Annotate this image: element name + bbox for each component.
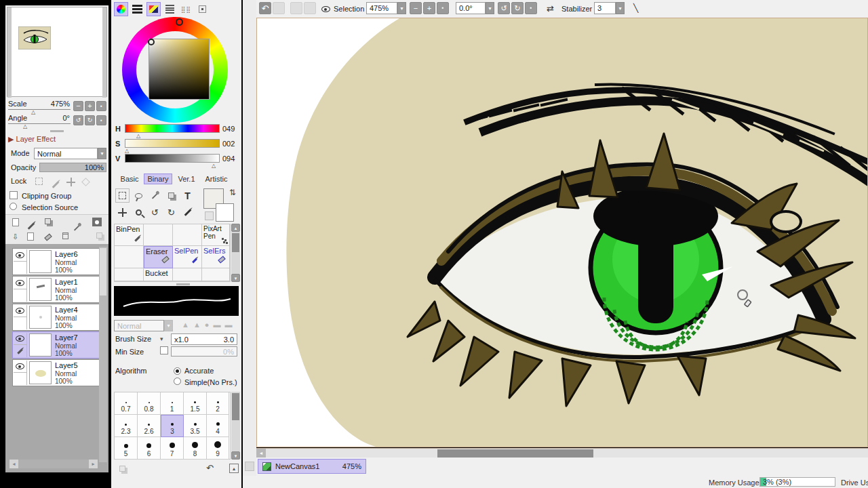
panel-resize-handle2[interactable] — [176, 283, 190, 285]
value-slider[interactable] — [125, 154, 220, 163]
saturation-value-square[interactable] — [149, 39, 210, 100]
saturation-slider-handle[interactable]: △ — [125, 148, 129, 154]
zoom-dropdown-button[interactable]: ▾ — [397, 2, 406, 14]
toolbar-zoom-in-button[interactable]: + — [423, 2, 435, 14]
tool-selers[interactable]: SelErs — [202, 246, 230, 268]
size-2[interactable]: 2 — [207, 392, 229, 415]
angle-slider-handle[interactable]: △ — [23, 124, 27, 129]
navigator-vscroll2[interactable] — [102, 7, 106, 98]
tab-basic[interactable]: Basic — [117, 174, 142, 184]
tool-bucket[interactable]: Bucket — [144, 268, 173, 281]
tool-selpen[interactable]: SelPen — [173, 246, 202, 268]
layer-row-layer4[interactable]: Layer4 Normal 100% — [12, 304, 100, 331]
visibility-eye-icon[interactable] — [14, 305, 27, 317]
visibility-eye-icon[interactable] — [14, 277, 27, 289]
size-3-selected[interactable]: 3 — [161, 415, 184, 437]
brush-size-unit-dropdown[interactable]: ▾ — [160, 336, 163, 342]
scratchpad-tab-icon[interactable] — [195, 2, 210, 16]
layer-row-layer6[interactable]: Layer6 Normal 100% — [12, 248, 100, 275]
size-5[interactable]: 5 — [115, 437, 138, 460]
tab-ver1[interactable]: Ver.1 — [174, 174, 199, 184]
size-0.7[interactable]: 0.7 — [115, 392, 138, 415]
visibility-eye-icon[interactable] — [14, 333, 27, 345]
pan-tool[interactable] — [115, 205, 130, 220]
clear-layer-icon[interactable] — [44, 233, 52, 241]
toolbar-rotate-ccw-button[interactable]: ↺ — [498, 2, 510, 14]
toolbar-rotate-cw-button[interactable]: ↻ — [511, 2, 524, 14]
layer-row-layer1[interactable]: Layer1 Normal 100% — [12, 276, 100, 303]
size-4[interactable]: 4 — [207, 415, 229, 437]
tool-pixart-pen[interactable]: PixArt Pen — [202, 224, 230, 246]
size-2.3[interactable]: 2.3 — [115, 415, 138, 437]
lasso-tool[interactable] — [132, 188, 146, 203]
invert-selection-button[interactable] — [304, 2, 316, 14]
drawing-canvas[interactable] — [256, 18, 868, 447]
size-2.6[interactable]: 2.6 — [138, 415, 161, 437]
tool-eraser-selected[interactable]: Eraser — [144, 246, 173, 268]
lock-move-icon[interactable] — [66, 178, 75, 188]
algorithm-simple-radio[interactable] — [174, 378, 181, 386]
toolbar-rotate-reset-button[interactable]: ▪ — [525, 2, 537, 14]
min-size-checkbox[interactable] — [160, 346, 168, 356]
rotate-cw-button[interactable]: ↻ — [85, 115, 95, 125]
undo-button[interactable]: ↶ — [259, 2, 271, 14]
color-wheel-tab-icon[interactable] — [114, 2, 128, 16]
line-tool-icon[interactable]: ╲ — [633, 3, 638, 13]
layer-mask-icon[interactable] — [92, 218, 102, 226]
eyedropper-tool[interactable] — [180, 205, 195, 220]
zoom-out-button[interactable]: − — [73, 101, 83, 111]
size-6[interactable]: 6 — [138, 437, 161, 460]
min-size-slider[interactable]: 0% — [171, 346, 237, 357]
tab-artistic[interactable]: Artistic — [201, 174, 232, 184]
stabilizer-dropdown-button[interactable]: ▾ — [616, 2, 625, 14]
size-1.5[interactable]: 1.5 — [184, 392, 207, 415]
secondary-color-swatch[interactable] — [216, 203, 234, 222]
toolbar-zoom-out-button[interactable]: − — [410, 2, 422, 14]
navigator-vscroll[interactable] — [7, 7, 12, 98]
lock-transparency-icon[interactable] — [35, 178, 43, 186]
toolbar-zoom-reset-button[interactable]: ▪ — [437, 2, 449, 14]
transparent-color-toggle[interactable] — [205, 211, 214, 220]
layer-row-layer7-selected[interactable]: Layer7 Normal 100% — [12, 331, 100, 359]
layer-row-layer5[interactable]: Layer5 Normal 100% — [12, 359, 100, 386]
sv-square-marker[interactable] — [148, 39, 155, 45]
merge-down-icon[interactable] — [27, 232, 34, 241]
canvas-tab-newcanvas1[interactable]: NewCanvas1 475% — [258, 459, 366, 474]
rotation-dropdown-button[interactable]: ▾ — [486, 2, 494, 14]
tool-grid-scroll-up[interactable]: ▴ — [231, 224, 240, 232]
rect-select-tool[interactable] — [115, 188, 130, 203]
rotate-ccw-button[interactable]: ↺ — [73, 115, 83, 125]
opacity-slider[interactable]: 100% — [39, 163, 106, 172]
size-grid-scroll-down[interactable]: ▾ — [231, 451, 240, 460]
visibility-eye-icon[interactable] — [14, 249, 27, 262]
layers-hscrollbar[interactable]: ◂ ▸ — [9, 460, 98, 468]
zoom-in-button[interactable]: + — [85, 101, 95, 111]
stabilizer-input[interactable]: 3 — [594, 2, 616, 14]
hue-slider-handle[interactable]: △ — [136, 134, 140, 139]
scale-slider[interactable] — [8, 109, 71, 110]
hue-slider[interactable] — [125, 124, 220, 133]
swap-colors-icon[interactable]: ⇅ — [229, 188, 236, 197]
move-layer-tool[interactable] — [164, 188, 178, 203]
brush-size-input[interactable]: x1.0 3.0 — [171, 333, 237, 345]
swatch-grid-tab-icon[interactable]: ⣿⣿ — [179, 2, 193, 16]
swatch-panel-icon[interactable] — [119, 465, 125, 473]
size-3.5[interactable]: 3.5 — [184, 415, 207, 437]
reset-brush-icon[interactable]: ↶ — [206, 463, 214, 473]
swatches-tab-icon[interactable] — [163, 2, 177, 16]
magic-wand-tool[interactable] — [148, 188, 162, 203]
value-slider-handle[interactable]: △ — [212, 163, 216, 169]
divider-collapse-button[interactable] — [245, 462, 254, 471]
size-8[interactable]: 8 — [184, 437, 207, 460]
saturation-slider[interactable] — [125, 139, 220, 148]
copy-layer-icon[interactable] — [45, 218, 51, 224]
brush-blend-select-disabled[interactable]: Normal — [114, 320, 164, 331]
layers-hscroll-right-button[interactable]: ▸ — [89, 460, 98, 468]
brush-shape-buttons[interactable]: ▲▲●▬▬ — [182, 321, 236, 329]
delete-layer-icon[interactable] — [62, 232, 68, 239]
canvas-hscroll-left-button[interactable]: ◂ — [256, 449, 266, 458]
reset-view-tool[interactable]: ↻ — [164, 205, 178, 220]
new-layer-icon[interactable] — [12, 218, 19, 226]
blend-mode-dropdown-button[interactable]: ▾ — [98, 148, 106, 159]
panel-resize-handle[interactable] — [50, 130, 64, 132]
